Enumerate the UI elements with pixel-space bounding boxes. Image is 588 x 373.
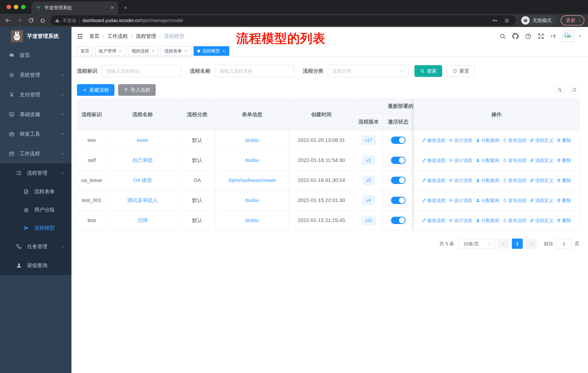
- user-avatar[interactable]: [562, 30, 573, 42]
- new-tab-button[interactable]: [123, 5, 128, 10]
- action-delete[interactable]: 删除: [557, 217, 571, 223]
- process-key-input[interactable]: [102, 65, 181, 77]
- close-tag-icon[interactable]: [151, 49, 155, 53]
- tab-close-icon[interactable]: [110, 5, 115, 10]
- action-design-process[interactable]: 设计流程: [449, 197, 472, 203]
- action-publish-process[interactable]: 发布流程: [503, 177, 526, 183]
- action-edit-process[interactable]: 修改流程: [422, 137, 445, 143]
- process-name-link[interactable]: eeee: [137, 137, 148, 143]
- close-tag-icon[interactable]: [222, 49, 226, 53]
- action-design-process[interactable]: 设计流程: [449, 177, 472, 183]
- action-edit-process[interactable]: 修改流程: [422, 197, 445, 203]
- sidebar-item-workflow[interactable]: 工作流程: [0, 144, 72, 163]
- sidebar-item-user-group[interactable]: 用户分组: [0, 201, 72, 219]
- close-window-button[interactable]: [7, 5, 11, 9]
- breadcrumb-process-mgmt[interactable]: 流程管理: [136, 33, 156, 40]
- process-name-link[interactable]: 滔博: [137, 217, 148, 223]
- browser-tab[interactable]: 芋道管理系统: [31, 1, 118, 14]
- active-toggle[interactable]: [391, 197, 406, 204]
- tag-process-model[interactable]: 流程模型: [194, 46, 229, 56]
- close-tag-icon[interactable]: [118, 49, 122, 53]
- bookmark-icon[interactable]: [502, 18, 511, 23]
- user-menu-caret-icon[interactable]: [578, 34, 582, 39]
- sidebar-item-payment[interactable]: 支付管理: [0, 85, 72, 105]
- forward-button[interactable]: [14, 18, 25, 23]
- action-assign-rule[interactable]: 分配规则: [476, 217, 499, 223]
- not-secure-icon[interactable]: [55, 18, 60, 23]
- form-info-link[interactable]: biubiu: [245, 197, 259, 203]
- page-number-button[interactable]: 1: [512, 239, 523, 249]
- action-process-definition[interactable]: 流程定义: [530, 157, 553, 163]
- action-delete[interactable]: 删除: [557, 137, 571, 143]
- refresh-table-button[interactable]: [569, 85, 579, 95]
- process-name-input[interactable]: [215, 65, 294, 77]
- active-toggle[interactable]: [391, 217, 406, 224]
- minimize-window-button[interactable]: [14, 5, 18, 9]
- sidebar-item-home[interactable]: 首页: [0, 46, 72, 65]
- process-name-link[interactable]: OA 请假: [133, 177, 152, 183]
- goto-page-input[interactable]: [556, 239, 572, 249]
- sidebar-item-process-form[interactable]: 流程表单: [0, 182, 72, 201]
- action-publish-process[interactable]: 发布流程: [503, 197, 526, 203]
- prev-page-button[interactable]: [498, 239, 509, 249]
- next-page-button[interactable]: [526, 239, 537, 249]
- action-publish-process[interactable]: 发布流程: [503, 157, 526, 163]
- address-bar[interactable]: 不安全 dashboard.yudao.iocoder.cn/bpm/manag…: [50, 15, 516, 26]
- import-process-button[interactable]: 导入流程: [118, 84, 156, 96]
- active-toggle[interactable]: [391, 177, 406, 184]
- back-button[interactable]: [2, 18, 13, 23]
- header-search-icon[interactable]: [498, 33, 507, 40]
- sidebar-item-system[interactable]: 系统管理: [0, 65, 72, 85]
- action-assign-rule[interactable]: 分配规则: [476, 177, 499, 183]
- tag-home[interactable]: 首页: [77, 46, 93, 56]
- breadcrumb-home[interactable]: 首页: [89, 33, 100, 40]
- process-name-link[interactable]: 测试多审批人: [127, 197, 158, 203]
- search-button[interactable]: 搜索: [414, 65, 442, 77]
- sidebar-item-process-mgmt[interactable]: 流程管理: [0, 163, 72, 182]
- browser-menu-icon[interactable]: [577, 18, 582, 23]
- home-button[interactable]: [37, 18, 48, 23]
- action-edit-process[interactable]: 修改流程: [422, 157, 445, 163]
- action-assign-rule[interactable]: 分配规则: [476, 157, 499, 163]
- close-tag-icon[interactable]: [184, 49, 188, 53]
- sidebar-item-leave-query[interactable]: 请假查询: [0, 256, 72, 275]
- action-process-definition[interactable]: 流程定义: [530, 217, 553, 223]
- tag-my-process[interactable]: 我的流程: [128, 46, 158, 56]
- category-select[interactable]: 流程分类: [328, 65, 409, 77]
- reload-button[interactable]: [26, 18, 36, 23]
- action-design-process[interactable]: 设计流程: [449, 217, 472, 223]
- action-assign-rule[interactable]: 分配规则: [476, 197, 499, 203]
- toggle-search-button[interactable]: [555, 85, 565, 95]
- action-publish-process[interactable]: 发布流程: [503, 217, 526, 223]
- sidebar-item-infra[interactable]: 基础设施: [0, 105, 72, 124]
- action-assign-rule[interactable]: 分配规则: [476, 137, 499, 143]
- font-size-icon[interactable]: TT: [549, 33, 558, 40]
- action-delete[interactable]: 删除: [557, 177, 571, 183]
- process-name-link[interactable]: 自己审批: [132, 157, 153, 163]
- tag-tenant-mgmt[interactable]: 租户管理: [95, 46, 126, 56]
- page-size-select[interactable]: 10条/页: [459, 239, 495, 249]
- sidebar-item-devtools[interactable]: 研发工具: [0, 124, 72, 144]
- action-design-process[interactable]: 设计流程: [449, 157, 472, 163]
- action-process-definition[interactable]: 流程定义: [530, 197, 553, 203]
- create-process-button[interactable]: 新建流程: [77, 84, 115, 96]
- fullscreen-icon[interactable]: [537, 33, 545, 40]
- form-info-link[interactable]: biubiu: [245, 217, 259, 223]
- zoom-window-button[interactable]: [21, 5, 26, 9]
- help-icon[interactable]: [524, 33, 533, 40]
- github-icon[interactable]: [511, 33, 520, 40]
- tag-process-form[interactable]: 流程表单: [161, 46, 191, 56]
- sidebar-item-process-model[interactable]: 流程模型: [0, 219, 72, 237]
- active-toggle[interactable]: [391, 137, 406, 144]
- form-info-link[interactable]: biubiu: [245, 157, 259, 163]
- form-info-link[interactable]: biubiu: [245, 137, 259, 143]
- password-manager-icon[interactable]: [490, 18, 499, 23]
- active-toggle[interactable]: [391, 157, 406, 164]
- action-delete[interactable]: 删除: [557, 197, 571, 203]
- update-button[interactable]: 更新: [561, 15, 584, 26]
- action-edit-process[interactable]: 修改流程: [422, 217, 445, 223]
- form-info-link[interactable]: /bpm/oa/leave/create: [228, 177, 276, 183]
- action-design-process[interactable]: 设计流程: [449, 137, 472, 143]
- sidebar-item-task-mgmt[interactable]: 任务管理: [0, 237, 72, 256]
- action-edit-process[interactable]: 修改流程: [422, 177, 445, 183]
